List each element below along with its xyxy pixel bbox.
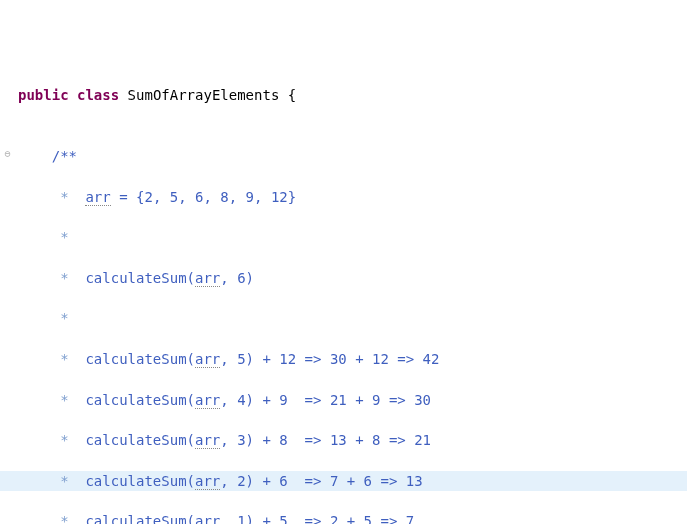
javadoc-asterisk: * [52, 189, 86, 205]
javadoc-open: /** [52, 148, 77, 164]
javadoc-text: calculateSum( [85, 351, 195, 367]
javadoc-asterisk: * [52, 270, 86, 286]
javadoc-ident: arr [195, 513, 220, 524]
code-line-7: * [0, 308, 687, 328]
javadoc-ident: arr [195, 392, 220, 409]
code-line-4: * arr = {2, 5, 6, 8, 9, 12} [0, 187, 687, 207]
code-line-6: * calculateSum(arr, 6) [0, 268, 687, 288]
javadoc-asterisk: * [52, 392, 86, 408]
javadoc-text: , 4) + 9 => 21 + 9 => 30 [220, 392, 431, 408]
javadoc-text: calculateSum( [85, 270, 195, 286]
code-line-5: * [0, 227, 687, 247]
javadoc-text: calculateSum( [85, 432, 195, 448]
brace-open: { [288, 87, 296, 103]
javadoc-ident: arr [195, 432, 220, 449]
code-line-9: * calculateSum(arr, 4) + 9 => 21 + 9 => … [0, 390, 687, 410]
javadoc-asterisk: * [52, 310, 86, 326]
javadoc-text: calculateSum( [85, 513, 195, 524]
code-line-1: public class SumOfArrayElements { [0, 85, 687, 105]
javadoc-asterisk: * [52, 351, 86, 367]
javadoc-text: = {2, 5, 6, 8, 9, 12} [111, 189, 296, 205]
code-line-10: * calculateSum(arr, 3) + 8 => 13 + 8 => … [0, 430, 687, 450]
javadoc-text: , 2) + 6 => 7 + 6 => 13 [220, 473, 422, 489]
javadoc-asterisk: * [52, 473, 86, 489]
javadoc-asterisk: * [52, 513, 86, 524]
javadoc-text: calculateSum( [85, 392, 195, 408]
javadoc-ident: arr [195, 270, 220, 287]
keyword-class: class [77, 87, 119, 103]
javadoc-ident: arr [85, 189, 110, 206]
javadoc-text: , 3) + 8 => 13 + 8 => 21 [220, 432, 431, 448]
javadoc-asterisk: * [52, 432, 86, 448]
keyword-public: public [18, 87, 69, 103]
javadoc-asterisk: * [52, 229, 86, 245]
javadoc-text: calculateSum( [85, 473, 195, 489]
javadoc-text: , 6) [220, 270, 254, 286]
javadoc-ident: arr [195, 473, 220, 490]
code-line-11-highlighted: * calculateSum(arr, 2) + 6 => 7 + 6 => 1… [0, 471, 687, 491]
class-name: SumOfArrayElements [128, 87, 280, 103]
javadoc-text: , 5) + 12 => 30 + 12 => 42 [220, 351, 439, 367]
fold-icon[interactable]: ⊖ [2, 148, 13, 159]
code-line-8: * calculateSum(arr, 5) + 12 => 30 + 12 =… [0, 349, 687, 369]
javadoc-text: , 1) + 5 => 2 + 5 => 7 [220, 513, 414, 524]
javadoc-ident: arr [195, 351, 220, 368]
code-line-12: * calculateSum(arr, 1) + 5 => 2 + 5 => 7 [0, 511, 687, 524]
code-line-3: ⊖ /** [0, 146, 687, 166]
